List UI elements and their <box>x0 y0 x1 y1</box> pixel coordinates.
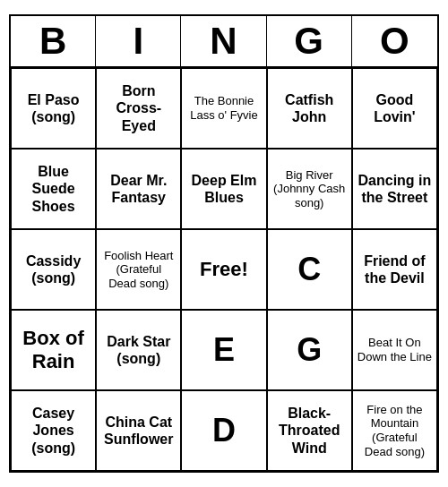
bingo-card: BINGO El Paso (song)Born Cross-EyedThe B… <box>9 14 439 473</box>
bingo-cell-2[interactable]: The Bonnie Lass o' Fyvie <box>181 68 266 149</box>
bingo-cell-12[interactable]: Free! <box>181 229 266 310</box>
bingo-cell-16[interactable]: Dark Star (song) <box>96 310 181 390</box>
bingo-cell-17[interactable]: E <box>181 310 266 390</box>
bingo-cell-6[interactable]: Dear Mr. Fantasy <box>96 149 181 229</box>
bingo-cell-18[interactable]: G <box>267 310 352 390</box>
bingo-cell-3[interactable]: Catfish John <box>267 68 352 149</box>
bingo-cell-19[interactable]: Beat It On Down the Line <box>352 310 437 390</box>
bingo-cell-22[interactable]: D <box>181 390 266 471</box>
bingo-cell-9[interactable]: Dancing in the Street <box>352 149 437 229</box>
bingo-cell-5[interactable]: Blue Suede Shoes <box>11 149 96 229</box>
bingo-cell-23[interactable]: Black-Throated Wind <box>267 390 352 471</box>
header-letter-n: N <box>181 16 266 66</box>
bingo-cell-21[interactable]: China Cat Sunflower <box>96 390 181 471</box>
bingo-cell-11[interactable]: Foolish Heart (Grateful Dead song) <box>96 229 181 310</box>
bingo-cell-10[interactable]: Cassidy (song) <box>11 229 96 310</box>
bingo-cell-20[interactable]: Casey Jones (song) <box>11 390 96 471</box>
bingo-cell-7[interactable]: Deep Elm Blues <box>181 149 266 229</box>
bingo-grid: El Paso (song)Born Cross-EyedThe Bonnie … <box>11 68 437 471</box>
bingo-cell-0[interactable]: El Paso (song) <box>11 68 96 149</box>
bingo-cell-14[interactable]: Friend of the Devil <box>352 229 437 310</box>
header-letter-g: G <box>267 16 352 66</box>
bingo-cell-15[interactable]: Box of Rain <box>11 310 96 390</box>
bingo-cell-8[interactable]: Big River (Johnny Cash song) <box>267 149 352 229</box>
header-letter-b: B <box>11 16 96 66</box>
bingo-cell-1[interactable]: Born Cross-Eyed <box>96 68 181 149</box>
header-letter-o: O <box>352 16 437 66</box>
bingo-cell-13[interactable]: C <box>267 229 352 310</box>
header-letter-i: I <box>96 16 181 66</box>
bingo-header: BINGO <box>11 16 437 68</box>
bingo-cell-24[interactable]: Fire on the Mountain (Grateful Dead song… <box>352 390 437 471</box>
bingo-cell-4[interactable]: Good Lovin' <box>352 68 437 149</box>
